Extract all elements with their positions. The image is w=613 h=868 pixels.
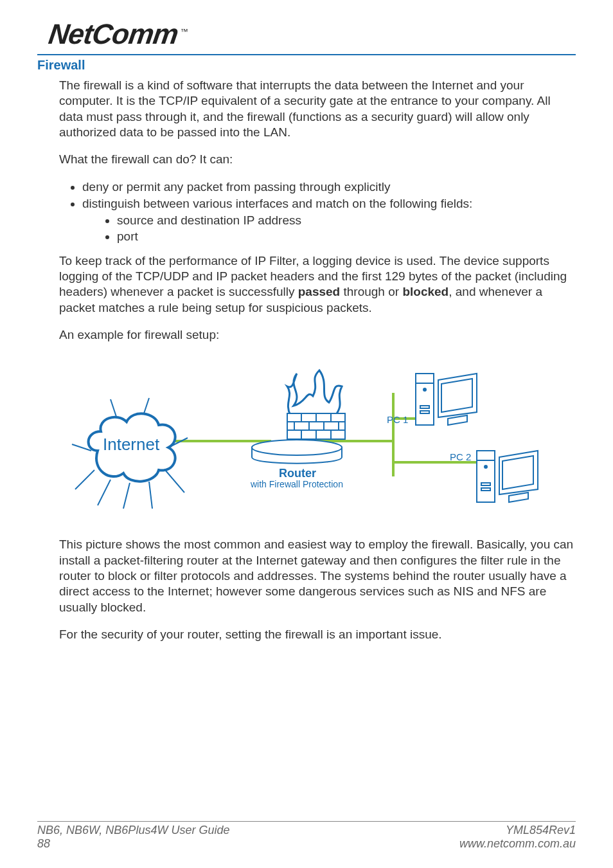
header-rule <box>37 54 576 55</box>
example-label: An example for firewall setup: <box>59 327 576 343</box>
passed-label: passed <box>298 285 340 298</box>
footer-left: NB6, NB6W, NB6Plus4W User Guide 88 <box>37 824 229 851</box>
svg-rect-33 <box>477 451 495 502</box>
blocked-label: blocked <box>402 285 449 298</box>
list-item-text: distinguish between various interfaces a… <box>82 197 472 210</box>
picture-paragraph: This picture shows the most common and e… <box>59 537 576 615</box>
website-url: www.netcomm.com.au <box>459 837 576 851</box>
firewall-diagram: Internet Router with Firewall Protection… <box>59 354 576 521</box>
svg-rect-37 <box>481 488 490 491</box>
svg-line-9 <box>165 470 184 493</box>
svg-rect-32 <box>420 411 429 413</box>
svg-point-27 <box>252 440 342 455</box>
footer-right: YML854Rev1 www.netcomm.com.au <box>459 824 576 851</box>
brand-name: NetComm <box>46 18 180 50</box>
svg-point-30 <box>423 388 426 391</box>
match-fields-list: source and destination IP address port <box>82 213 576 244</box>
security-paragraph: For the security of your router, setting… <box>59 627 576 642</box>
list-item: deny or permit any packet from passing t… <box>82 179 576 195</box>
svg-rect-28 <box>416 374 434 425</box>
list-item: distinguish between various interfaces a… <box>82 196 576 244</box>
page-footer: NB6, NB6W, NB6Plus4W User Guide 88 YML85… <box>37 824 576 851</box>
whatcan-paragraph: What the firewall can do? It can: <box>59 152 576 167</box>
logging-paragraph: To keep track of the performance of IP F… <box>59 253 576 316</box>
svg-rect-36 <box>481 483 490 485</box>
diagram-pc2-label: PC 2 <box>450 451 471 463</box>
diagram-pc1-label: PC 1 <box>387 413 408 426</box>
svg-line-7 <box>149 482 152 509</box>
list-item: port <box>117 229 576 244</box>
footer-rule <box>37 821 576 822</box>
svg-point-35 <box>484 466 487 468</box>
capability-list: deny or permit any packet from passing t… <box>59 179 576 244</box>
text-span: through or <box>340 285 402 298</box>
trademark-symbol: ™ <box>181 27 188 36</box>
diagram-internet-label: Internet <box>103 434 159 455</box>
svg-line-5 <box>123 483 130 509</box>
guide-title: NB6, NB6W, NB6Plus4W User Guide <box>37 824 229 838</box>
body-content: The firewall is a kind of software that … <box>59 78 576 642</box>
section-title: Firewall <box>37 58 576 73</box>
doc-revision: YML854Rev1 <box>459 824 576 838</box>
intro-paragraph: The firewall is a kind of software that … <box>59 78 576 140</box>
svg-line-8 <box>75 470 94 489</box>
diagram-router-sub-label: with Firewall Protection <box>251 479 343 491</box>
list-item: source and destination IP address <box>117 213 576 228</box>
svg-rect-31 <box>420 406 429 408</box>
page-number: 88 <box>37 837 229 851</box>
brand-logo: NetComm ™ <box>49 18 576 50</box>
svg-line-12 <box>111 399 117 419</box>
svg-line-6 <box>98 480 111 505</box>
